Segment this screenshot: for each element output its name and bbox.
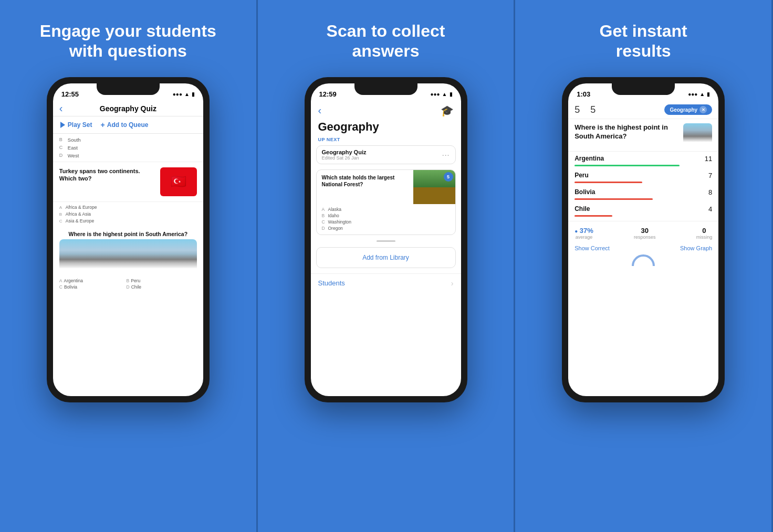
graduation-icon: 🎓 bbox=[441, 104, 454, 117]
main-question-text: Where is the highest point in South Amer… bbox=[574, 123, 679, 141]
scroll-content-1: B South C East D West Turkey spans bbox=[53, 134, 203, 396]
phone-screen-3: 1:03 ●●● ▲ ▮ 5 5 Geography ✕ bbox=[568, 83, 718, 396]
ans-lbl-b: B bbox=[127, 278, 130, 283]
ans-lbl-c: C bbox=[322, 219, 326, 225]
answers-list-3: A Argentina B Peru C Bolivia D Chile bbox=[53, 276, 203, 292]
ans-washington: Washington bbox=[328, 219, 352, 225]
result-row-bolivia: Bolivia 8 bbox=[568, 185, 718, 197]
bar-peru bbox=[574, 182, 642, 183]
plus-icon: + bbox=[101, 121, 105, 129]
action-bar-1: Play Set + Add to Queue bbox=[53, 116, 203, 134]
phone-screen-2: 12:59 ●●● ▲ ▮ ‹ 🎓 Geography UP NEXT bbox=[311, 83, 461, 396]
nav-bar-1: ‹ Geography Quiz bbox=[53, 102, 203, 116]
score-display: 5 5 bbox=[574, 104, 596, 115]
quiz-item-header: Geography Quiz Edited Sat 26 Jan ··· bbox=[317, 146, 455, 164]
ans-lbl-b: B bbox=[59, 212, 64, 217]
close-badge-button[interactable]: ✕ bbox=[699, 106, 707, 113]
panel-2-title: Scan to collect answers bbox=[327, 21, 445, 61]
result-row-argentina: Argentina 11 bbox=[568, 152, 718, 164]
ans-africa-europe: Africa & Europe bbox=[66, 205, 97, 210]
play-icon bbox=[60, 122, 65, 128]
country-peru: Peru bbox=[574, 172, 589, 179]
ans-lbl-b: B bbox=[322, 213, 326, 218]
ans-bolivia: Bolivia bbox=[64, 284, 77, 290]
score-1: 5 bbox=[574, 104, 580, 115]
back-button-1[interactable]: ‹ bbox=[59, 102, 63, 114]
count-argentina: 11 bbox=[705, 155, 712, 163]
answer-row: C Washington bbox=[322, 219, 450, 225]
answer-row: D Oregon bbox=[322, 225, 450, 231]
quiz-item-sub: Edited Sat 26 Jan bbox=[322, 155, 367, 161]
drag-handle bbox=[311, 238, 461, 244]
answer-row: A Africa & Europe bbox=[59, 204, 197, 211]
bar-bolivia bbox=[574, 198, 653, 200]
add-to-queue-button[interactable]: + Add to Queue bbox=[101, 121, 149, 129]
phone-notch-3 bbox=[612, 83, 675, 95]
ans-label-c: C bbox=[59, 145, 65, 150]
ans-lbl-c: C bbox=[59, 284, 62, 290]
ans-lbl-d: D bbox=[127, 284, 130, 290]
wifi-icon: ▲ bbox=[699, 91, 705, 97]
stats-row: ● 37% average 30 responses 0 missing bbox=[568, 221, 718, 242]
ans-alaska: Alaska bbox=[328, 207, 342, 212]
scores-row: 5 5 Geography ✕ bbox=[568, 102, 718, 119]
battery-icon: ▮ bbox=[707, 91, 710, 97]
battery-icon: ▮ bbox=[192, 91, 195, 97]
ans-oregon: Oregon bbox=[328, 226, 343, 231]
ans-lbl-a: A bbox=[322, 207, 326, 212]
panel-3: Get instant results 1:03 ●●● ▲ ▮ 5 5 bbox=[515, 0, 773, 532]
stat-average: ● 37% average bbox=[574, 227, 593, 240]
ans-lbl-a: A bbox=[59, 205, 64, 210]
result-row-chile: Chile 4 bbox=[568, 202, 718, 214]
more-options-button[interactable]: ··· bbox=[442, 151, 450, 159]
phone-mockup-3: 1:03 ●●● ▲ ▮ 5 5 Geography ✕ bbox=[562, 77, 725, 402]
question-text-forest: Which state holds the largest National F… bbox=[317, 170, 413, 204]
students-row[interactable]: Students › bbox=[311, 273, 461, 293]
ans-label-d: D bbox=[59, 153, 65, 158]
ans-peru: Peru bbox=[131, 278, 140, 283]
answer-item: B South bbox=[59, 136, 197, 144]
play-set-button[interactable]: Play Set bbox=[60, 121, 92, 129]
count-bolivia: 8 bbox=[708, 188, 712, 196]
average-label: average bbox=[574, 235, 593, 240]
turkey-flag: 🇹🇷 bbox=[160, 167, 197, 196]
handle-bar bbox=[377, 240, 395, 242]
mountain-img-small bbox=[683, 123, 712, 147]
progress-area bbox=[568, 253, 718, 267]
panel-3-title: Get instant results bbox=[600, 21, 687, 61]
half-circle bbox=[632, 254, 655, 266]
time-2: 12:59 bbox=[319, 90, 337, 98]
bottom-actions: Show Correct Show Graph bbox=[568, 242, 718, 253]
back-button-2[interactable]: ‹ bbox=[318, 104, 322, 116]
show-graph-button[interactable]: Show Graph bbox=[680, 245, 712, 251]
phone2-header: ‹ 🎓 bbox=[311, 102, 461, 118]
up-next-label: UP NEXT bbox=[311, 135, 461, 143]
qcard-answers: A Alaska B Idaho C Washington D Oregon bbox=[317, 204, 455, 235]
ans-text-west: West bbox=[68, 153, 79, 158]
quiz-item-title: Geography Quiz bbox=[322, 149, 367, 155]
add-from-library-button[interactable]: Add from Library bbox=[316, 247, 456, 268]
average-value: 37% bbox=[580, 227, 593, 235]
ans-africa-asia: Africa & Asia bbox=[66, 211, 91, 217]
show-correct-button[interactable]: Show Correct bbox=[574, 245, 610, 251]
stat-responses: 30 responses bbox=[634, 227, 656, 240]
nav-title-1: Geography Quiz bbox=[100, 104, 156, 113]
queue-label: Add to Queue bbox=[107, 121, 149, 129]
category-label: Geography bbox=[670, 107, 697, 113]
country-chile: Chile bbox=[574, 205, 590, 212]
answer-item: C East bbox=[59, 144, 197, 152]
forest-image: 5 bbox=[413, 170, 455, 204]
question-with-image-1: Turkey spans two continents. Which two? … bbox=[59, 167, 197, 196]
answer-row: C Asia & Europe bbox=[59, 218, 197, 225]
stat-missing: 0 missing bbox=[696, 227, 713, 240]
question-south-america: Where is the highest point in South Amer… bbox=[53, 227, 203, 239]
quiz-item-card: Geography Quiz Edited Sat 26 Jan ··· bbox=[316, 145, 456, 164]
question-text-turkey: Turkey spans two continents. Which two? bbox=[59, 167, 156, 183]
question-card-1: Turkey spans two continents. Which two? … bbox=[53, 162, 203, 202]
country-bolivia: Bolivia bbox=[574, 188, 595, 196]
answer-row: C Bolivia bbox=[59, 284, 126, 290]
time-3: 1:03 bbox=[577, 90, 590, 98]
panel-2: Scan to collect answers 12:59 ●●● ▲ ▮ ‹ … bbox=[258, 0, 516, 532]
main-question: Where is the highest point in South Amer… bbox=[568, 119, 718, 152]
signal-icon: ●●● bbox=[173, 91, 182, 97]
